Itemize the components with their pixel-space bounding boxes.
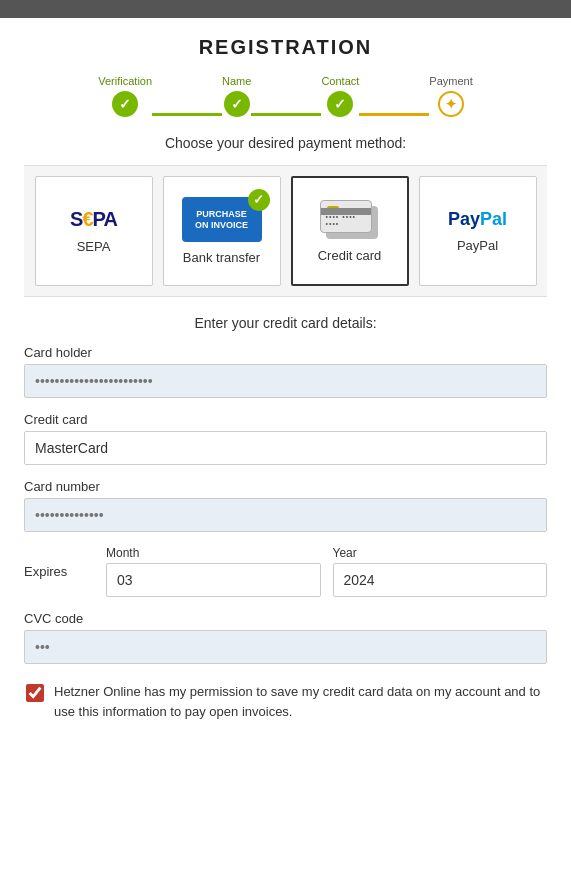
card-holder-input[interactable]: [24, 364, 547, 398]
card-number-input[interactable]: [24, 498, 547, 532]
card-holder-group: Card holder: [24, 345, 547, 398]
registration-steps: Verification ✓ Name ✓ Contact ✓ Payment …: [24, 75, 547, 117]
credit-card-label: Credit card: [318, 248, 382, 263]
permission-checkbox[interactable]: [26, 684, 44, 702]
step-line-1: [152, 113, 222, 116]
payment-prompt: Choose your desired payment method:: [24, 135, 547, 151]
expires-fields: Month Year: [106, 546, 547, 597]
step-name: Name ✓: [222, 75, 251, 117]
bank-transfer-label: Bank transfer: [183, 250, 260, 265]
sepa-logo: S€PA: [70, 208, 117, 231]
content-area: REGISTRATION Verification ✓ Name ✓ Conta…: [0, 18, 571, 751]
step-name-label: Name: [222, 75, 251, 87]
step-verification-label: Verification: [98, 75, 152, 87]
step-contact-label: Contact: [321, 75, 359, 87]
permission-checkbox-row: Hetzner Online has my permission to save…: [24, 682, 547, 721]
step-line-3: [359, 113, 429, 116]
year-input[interactable]: [333, 563, 548, 597]
top-background: [0, 0, 571, 18]
credit-card-icon: •••• •••• ••••: [320, 200, 380, 240]
step-name-circle: ✓: [224, 91, 250, 117]
step-verification-circle: ✓: [112, 91, 138, 117]
card-holder-label: Card holder: [24, 345, 547, 360]
step-contact-circle: ✓: [327, 91, 353, 117]
permission-checkbox-label: Hetzner Online has my permission to save…: [54, 682, 545, 721]
cc-prompt: Enter your credit card details:: [24, 315, 547, 331]
month-input[interactable]: [106, 563, 321, 597]
card-number-label: Card number: [24, 479, 547, 494]
step-payment: Payment ✦: [429, 75, 472, 117]
poi-check-icon: ✓: [248, 189, 270, 211]
payment-method-bank-transfer[interactable]: PURCHASEON INVOICE ✓ Bank transfer: [163, 176, 281, 286]
step-contact: Contact ✓: [321, 75, 359, 117]
page-title: REGISTRATION: [24, 36, 547, 59]
paypal-logo: PayPal: [448, 209, 507, 230]
payment-method-credit-card[interactable]: •••• •••• •••• Credit card: [291, 176, 409, 286]
cvc-label: CVC code: [24, 611, 547, 626]
cvc-input[interactable]: [24, 630, 547, 664]
credit-card-type-group: Credit card: [24, 412, 547, 465]
purchase-on-invoice-logo: PURCHASEON INVOICE ✓: [182, 197, 262, 242]
cvc-group: CVC code: [24, 611, 547, 664]
modal-container: REGISTRATION Verification ✓ Name ✓ Conta…: [0, 0, 571, 882]
payment-method-paypal[interactable]: PayPal PayPal: [419, 176, 537, 286]
expires-row: Expires Month Year: [24, 546, 547, 597]
payment-method-sepa[interactable]: S€PA SEPA: [35, 176, 153, 286]
card-number-group: Card number: [24, 479, 547, 532]
step-payment-label: Payment: [429, 75, 472, 87]
credit-card-type-label: Credit card: [24, 412, 547, 427]
month-field: Month: [106, 546, 321, 597]
payment-methods-container: S€PA SEPA PURCHASEON INVOICE ✓ Bank tran…: [24, 165, 547, 297]
credit-card-type-input[interactable]: [24, 431, 547, 465]
step-line-2: [251, 113, 321, 116]
step-payment-circle: ✦: [438, 91, 464, 117]
step-verification: Verification ✓: [98, 75, 152, 117]
expires-label: Expires: [24, 564, 94, 579]
year-field: Year: [333, 546, 548, 597]
month-label: Month: [106, 546, 321, 560]
paypal-label: PayPal: [457, 238, 498, 253]
year-label: Year: [333, 546, 548, 560]
sepa-label: SEPA: [77, 239, 111, 254]
